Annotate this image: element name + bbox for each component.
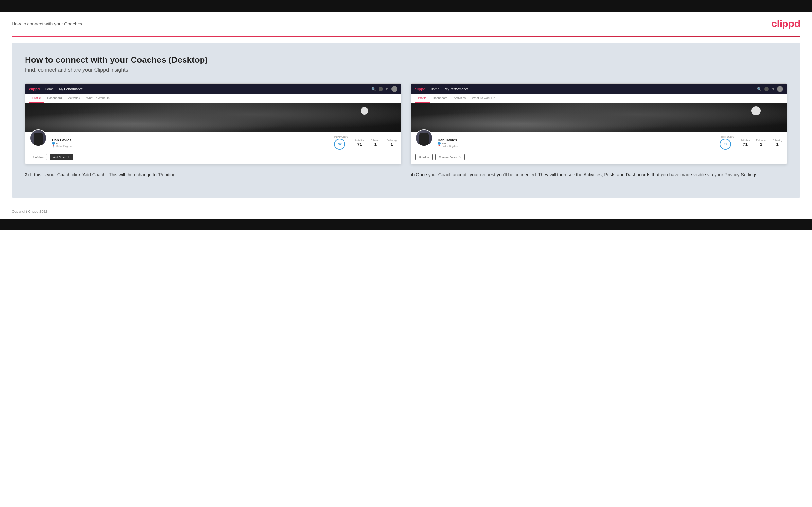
profile-name-right: Dan Davies [438, 138, 458, 142]
tab-activities-right[interactable]: Activities [451, 94, 469, 103]
nav-avatar-left[interactable] [391, 86, 397, 92]
app-logo-left: clippd [29, 87, 40, 91]
profile-stats-left: Player Quality 97 Activities 71 Follower [334, 136, 397, 150]
pro-label-left: Pro [56, 142, 60, 145]
location-icon-left: 📍 [52, 145, 55, 148]
profile-name-block-right: Dan Davies Pro 📍 United Kingdom [438, 138, 458, 148]
following-value-left: 1 [387, 142, 397, 147]
location-icon-right: 📍 [438, 145, 441, 148]
header-divider [12, 36, 800, 37]
settings-icon-left[interactable]: ⚙ [386, 87, 389, 91]
followers-value-left: 1 [370, 142, 380, 147]
stat-followers-right: Followers 1 [756, 139, 766, 147]
footer: Copyright Clippd 2022 [0, 204, 812, 219]
pq-value-left: 97 [338, 143, 342, 146]
stat-activities-right: Activities 71 [741, 139, 750, 147]
avatar-silhouette-right [419, 133, 428, 146]
profile-location-right: 📍 United Kingdom [438, 145, 458, 148]
profile-name-left: Dan Davies [52, 138, 72, 142]
activities-label-right: Activities [741, 139, 750, 141]
followers-value-right: 1 [756, 142, 766, 147]
profile-avatar-wrap-left [30, 129, 47, 147]
profile-avatar-left [30, 129, 47, 147]
settings-icon-right[interactable]: ⚙ [771, 87, 774, 91]
banner-image-left [25, 103, 401, 132]
profile-name-block-left: Dan Davies Pro 📍 United Kingdom [52, 138, 72, 148]
activities-value-left: 71 [355, 142, 364, 147]
tab-dashboard-left[interactable]: Dashboard [44, 94, 65, 103]
close-icon-right: ✕ [458, 155, 461, 159]
nav-avatar-right[interactable] [777, 86, 783, 92]
pq-circle-right: 97 [720, 138, 731, 150]
activities-value-right: 71 [741, 142, 750, 147]
profile-pro-right: Pro [438, 142, 458, 145]
following-value-right: 1 [772, 142, 782, 147]
avatar-silhouette-left [34, 133, 43, 146]
tab-profile-right[interactable]: Profile [415, 94, 430, 103]
profile-stats-right: Player Quality 97 Activities 71 Follower [720, 136, 782, 150]
unfollow-button-right[interactable]: Unfollow [415, 154, 433, 160]
location-text-left: United Kingdom [56, 145, 72, 148]
screenshot-frame-right: clippd Home My Performance 🔍 ⚙ Profile D… [411, 83, 787, 164]
remove-coach-button-right[interactable]: Remove Coach ✕ [436, 154, 465, 160]
user-icon-left[interactable] [378, 87, 383, 91]
app-navbar-right: clippd Home My Performance 🔍 ⚙ [411, 84, 787, 94]
followers-label-right: Followers [756, 139, 766, 141]
profile-actions-right: Unfollow Remove Coach ✕ [411, 154, 787, 164]
profile-area-left: Dan Davies Pro 📍 United Kingdom [25, 103, 401, 164]
pq-value-right: 97 [724, 143, 727, 146]
location-text-right: United Kingdom [442, 145, 458, 148]
app-navbar-left: clippd Home My Performance 🔍 ⚙ [25, 84, 401, 94]
profile-info-row-right: Dan Davies Pro 📍 United Kingdom [411, 132, 787, 154]
nav-right-right: 🔍 ⚙ [757, 86, 783, 92]
pq-label-right: Player Quality [720, 136, 734, 138]
profile-avatar-right [415, 129, 433, 147]
clippd-logo: clippd [771, 18, 800, 30]
search-icon-right[interactable]: 🔍 [757, 87, 762, 91]
profile-avatar-wrap-right [415, 129, 433, 147]
nav-right-left: 🔍 ⚙ [371, 86, 397, 92]
add-icon-left: + [67, 155, 69, 159]
profile-area-right: Dan Davies Pro 📍 United Kingdom [411, 103, 787, 164]
banner-moon-left [360, 107, 368, 115]
pq-circle-left: 97 [334, 138, 345, 150]
add-coach-button-left[interactable]: Add Coach + [50, 154, 73, 160]
main-content: How to connect with your Coaches (Deskto… [12, 43, 800, 198]
stat-following-right: Following 1 [772, 139, 782, 147]
user-icon-right[interactable] [764, 87, 769, 91]
top-bar [0, 0, 812, 12]
unfollow-button-left[interactable]: Unfollow [30, 154, 47, 160]
profile-pro-left: Pro [52, 142, 72, 145]
nav-my-performance-right[interactable]: My Performance [445, 87, 468, 91]
caption-right: 4) Once your Coach accepts your request … [411, 171, 787, 178]
app-logo-right: clippd [415, 87, 425, 91]
nav-home-right[interactable]: Home [430, 87, 439, 91]
profile-banner-left [25, 103, 401, 132]
bottom-bar [0, 219, 812, 230]
pro-badge-right [438, 142, 441, 145]
stat-following-left: Following 1 [387, 139, 397, 147]
screenshot-col-left: clippd Home My Performance 🔍 ⚙ Profile D… [25, 83, 401, 178]
nav-my-performance-left[interactable]: My Performance [59, 87, 83, 91]
tab-dashboard-right[interactable]: Dashboard [430, 94, 451, 103]
activities-label-left: Activities [355, 139, 364, 141]
banner-moon-right [752, 106, 761, 115]
copyright-text: Copyright Clippd 2022 [12, 210, 47, 214]
following-label-left: Following [387, 139, 397, 141]
followers-label-left: Followers [370, 139, 380, 141]
tab-activities-left[interactable]: Activities [65, 94, 84, 103]
pro-label-right: Pro [442, 142, 446, 145]
stat-followers-left: Followers 1 [370, 139, 380, 147]
screenshot-frame-left: clippd Home My Performance 🔍 ⚙ Profile D… [25, 83, 401, 164]
profile-actions-left: Unfollow Add Coach + [25, 154, 401, 164]
tab-what-to-work-on-right[interactable]: What To Work On [469, 94, 499, 103]
nav-home-left[interactable]: Home [45, 87, 54, 91]
search-icon-left[interactable]: 🔍 [371, 87, 376, 91]
tab-profile-left[interactable]: Profile [29, 94, 44, 103]
header-title: How to connect with your Coaches [12, 21, 83, 26]
header: How to connect with your Coaches clippd [0, 12, 812, 36]
caption-left: 3) If this is your Coach click 'Add Coac… [25, 171, 401, 178]
profile-location-left: 📍 United Kingdom [52, 145, 72, 148]
stat-player-quality-right: Player Quality 97 [720, 136, 734, 150]
tab-what-to-work-on-left[interactable]: What To Work On [83, 94, 113, 103]
